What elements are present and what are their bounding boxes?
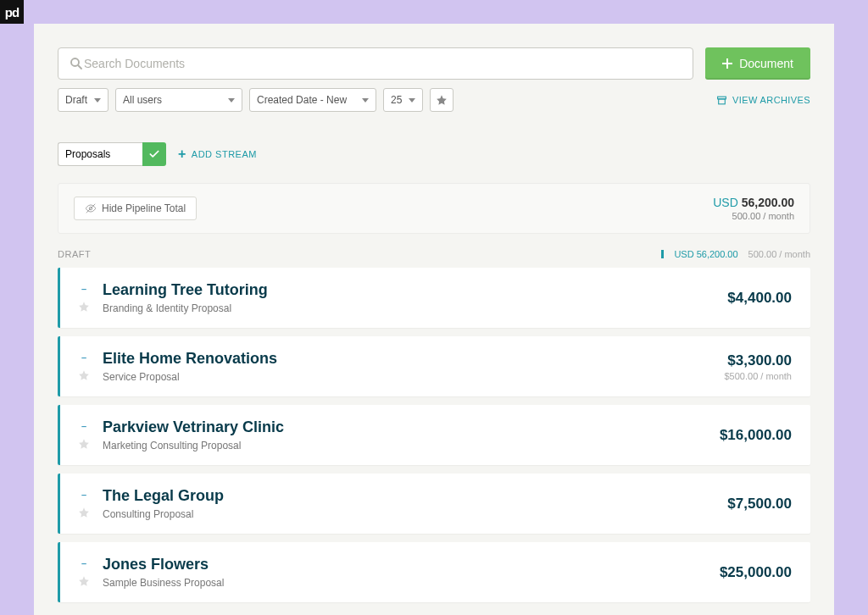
new-document-label: Document bbox=[739, 57, 793, 70]
filter-users-select[interactable]: All users bbox=[115, 88, 242, 112]
filter-status-label: Draft bbox=[65, 94, 87, 106]
search-input[interactable] bbox=[84, 57, 682, 70]
new-document-button[interactable]: Document bbox=[705, 47, 810, 80]
status-header-amount: USD 56,200.00 bbox=[674, 249, 737, 259]
document-card[interactable]: –Jones FlowersSample Business Proposal$2… bbox=[58, 542, 810, 602]
star-icon bbox=[436, 94, 448, 106]
document-amount-block: $4,400.00 bbox=[727, 290, 792, 307]
filter-count-select[interactable]: 25 bbox=[383, 88, 423, 112]
hide-pipeline-button[interactable]: Hide Pipeline Total bbox=[74, 197, 197, 220]
star-icon[interactable] bbox=[78, 438, 90, 450]
brand-badge: pd bbox=[0, 0, 24, 24]
document-card-body: Parkview Vetrinary ClinicMarketing Consu… bbox=[96, 418, 720, 452]
status-header-recurring: 500.00 / month bbox=[748, 249, 810, 259]
pipeline-totals: USD 56,200.00 500.00 / month bbox=[713, 196, 794, 221]
status-header-row: DRAFT USD 56,200.00 500.00 / month bbox=[58, 249, 810, 259]
document-card-gutter: – bbox=[72, 284, 96, 313]
pipeline-recurring: 500.00 / month bbox=[713, 211, 794, 221]
document-title: Elite Home Renovations bbox=[103, 350, 724, 368]
document-card-gutter: – bbox=[72, 352, 96, 381]
document-amount: $3,300.00 bbox=[724, 352, 792, 369]
document-card-body: Learning Tree TutoringBranding & Identit… bbox=[96, 281, 727, 314]
pipeline-currency: USD bbox=[713, 196, 738, 209]
pipeline-total-amount: 56,200.00 bbox=[742, 196, 794, 209]
dash-icon: – bbox=[81, 421, 86, 431]
dash-icon: – bbox=[81, 284, 86, 294]
star-icon[interactable] bbox=[78, 575, 90, 587]
chevron-down-icon bbox=[409, 98, 415, 102]
star-icon[interactable] bbox=[78, 301, 90, 313]
document-subtitle: Service Proposal bbox=[103, 371, 724, 383]
document-card[interactable]: –Elite Home RenovationsService Proposal$… bbox=[58, 336, 810, 396]
stream-confirm-button[interactable] bbox=[142, 142, 166, 166]
document-subtitle: Sample Business Proposal bbox=[103, 577, 720, 589]
document-card-gutter: – bbox=[72, 490, 96, 518]
star-icon[interactable] bbox=[78, 369, 90, 381]
svg-line-1 bbox=[78, 65, 81, 69]
document-subtitle: Marketing Consulting Proposal bbox=[103, 440, 720, 452]
archive-icon bbox=[716, 95, 727, 106]
stream-input-wrap bbox=[58, 142, 166, 166]
dash-icon: – bbox=[81, 352, 86, 363]
document-title: Parkview Vetrinary Clinic bbox=[103, 418, 720, 436]
document-title: Learning Tree Tutoring bbox=[103, 281, 727, 299]
favorite-filter-button[interactable] bbox=[430, 88, 453, 112]
document-card-gutter: – bbox=[72, 558, 96, 587]
chevron-down-icon bbox=[362, 98, 369, 102]
chevron-down-icon bbox=[94, 98, 101, 102]
status-header-label: DRAFT bbox=[58, 249, 91, 259]
document-card-body: The Legal GroupConsulting Proposal bbox=[96, 487, 727, 520]
document-recurring: $500.00 / month bbox=[724, 371, 792, 381]
dash-icon: – bbox=[81, 558, 86, 568]
chevron-down-icon bbox=[228, 98, 235, 102]
eye-off-icon bbox=[85, 202, 97, 214]
document-title: The Legal Group bbox=[103, 487, 727, 505]
document-title: Jones Flowers bbox=[103, 556, 720, 573]
document-subtitle: Consulting Proposal bbox=[103, 508, 727, 520]
dash-icon: – bbox=[81, 490, 86, 500]
document-card[interactable]: –The Legal GroupConsulting Proposal$7,50… bbox=[58, 474, 810, 534]
status-accent-bar bbox=[661, 250, 664, 258]
view-archives-link[interactable]: VIEW ARCHIVES bbox=[716, 95, 810, 106]
plus-icon bbox=[722, 58, 732, 69]
filter-users-label: All users bbox=[123, 94, 162, 106]
filter-sort-select[interactable]: Created Date - New bbox=[249, 88, 376, 112]
hide-pipeline-label: Hide Pipeline Total bbox=[102, 202, 186, 214]
app-container: Document Draft All users Created Date - … bbox=[34, 24, 834, 615]
filter-status-select[interactable]: Draft bbox=[58, 88, 108, 112]
document-card[interactable]: –Learning Tree TutoringBranding & Identi… bbox=[58, 268, 810, 328]
plus-icon: + bbox=[178, 147, 186, 161]
document-amount-block: $16,000.00 bbox=[720, 427, 792, 444]
document-card-body: Jones FlowersSample Business Proposal bbox=[96, 556, 720, 589]
check-icon bbox=[148, 148, 160, 160]
document-amount: $4,400.00 bbox=[727, 290, 792, 307]
filter-count-label: 25 bbox=[391, 94, 402, 106]
add-stream-button[interactable]: + ADD STREAM bbox=[178, 147, 257, 161]
document-amount: $25,000.00 bbox=[720, 564, 792, 581]
svg-rect-3 bbox=[719, 98, 726, 103]
add-stream-label: ADD STREAM bbox=[192, 149, 257, 159]
document-card-gutter: – bbox=[72, 421, 96, 450]
view-archives-label: VIEW ARCHIVES bbox=[732, 95, 810, 105]
document-subtitle: Branding & Identity Proposal bbox=[103, 302, 727, 314]
document-list: –Learning Tree TutoringBranding & Identi… bbox=[58, 268, 810, 602]
document-card-body: Elite Home RenovationsService Proposal bbox=[96, 350, 724, 383]
document-amount: $7,500.00 bbox=[727, 496, 792, 512]
document-amount-block: $25,000.00 bbox=[720, 564, 792, 581]
star-icon[interactable] bbox=[78, 507, 90, 518]
pipeline-total-bar: Hide Pipeline Total USD 56,200.00 500.00… bbox=[58, 183, 810, 234]
search-box[interactable] bbox=[58, 47, 693, 80]
document-amount: $16,000.00 bbox=[720, 427, 792, 444]
document-amount-block: $7,500.00 bbox=[727, 496, 792, 512]
search-icon bbox=[69, 56, 84, 71]
stream-name-input[interactable] bbox=[58, 142, 142, 166]
document-amount-block: $3,300.00$500.00 / month bbox=[724, 352, 792, 381]
document-card[interactable]: –Parkview Vetrinary ClinicMarketing Cons… bbox=[58, 405, 810, 465]
filter-sort-label: Created Date - New bbox=[257, 94, 347, 106]
